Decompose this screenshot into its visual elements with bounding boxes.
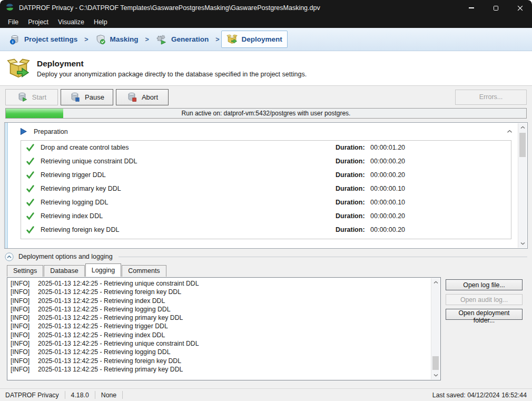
breadcrumb-label: Project settings — [24, 35, 77, 43]
svg-text:i: i — [12, 40, 13, 44]
log-level: [INFO] — [11, 279, 38, 288]
deployment-steps-panel: Preparation Drop and create control tabl… — [4, 122, 528, 249]
scrollbar-track — [431, 287, 440, 371]
task-row: Retrieving foreign key DDLDuration:00:00… — [21, 223, 511, 237]
abort-button[interactable]: Abort — [116, 89, 169, 105]
log-level: [INFO] — [11, 305, 38, 314]
page-header: Deployment Deploy your anonymization pac… — [0, 51, 532, 86]
breadcrumb: iProject settings>Masking>Generation>Dep… — [0, 28, 532, 51]
log-level: [INFO] — [11, 297, 38, 305]
task-duration-label: Duration: — [336, 226, 370, 233]
breadcrumb-label: Deployment — [242, 35, 282, 43]
log-line: [INFO]2025-01-13 12:42:25 - Retrieving l… — [11, 305, 428, 314]
minimize-button[interactable] — [459, 0, 484, 16]
log-message: 2025-01-13 12:42:25 - Retrieving index D… — [38, 297, 165, 305]
menubar: FileProjectVisualizeHelp — [0, 16, 532, 28]
run-progress-bar: Run active on: datprof-vm:5432/postgres … — [5, 108, 527, 119]
collapse-group-button[interactable] — [507, 130, 513, 133]
statusbar-version: 4.18.0 — [71, 392, 89, 399]
menu-visualize[interactable]: Visualize — [53, 17, 89, 27]
breadcrumb-item-deployment[interactable]: Deployment — [221, 31, 288, 48]
task-duration-label: Duration: — [336, 144, 370, 151]
database-pause-icon — [70, 92, 80, 102]
open-log-file-button[interactable]: Open log file... — [446, 279, 523, 290]
scroll-down-button[interactable] — [431, 371, 440, 379]
task-row: Retrieving primary key DDLDuration:00:00… — [21, 182, 511, 195]
toolbar-button-label: Pause — [85, 93, 104, 101]
task-done-icon — [26, 157, 41, 166]
scroll-down-icon — [434, 374, 438, 377]
breadcrumb-separator: > — [84, 36, 88, 43]
task-label: Retrieving index DDL — [41, 212, 336, 220]
log-actions: Open log file...Open audit log...Open de… — [446, 277, 523, 320]
close-button[interactable] — [508, 0, 532, 16]
breadcrumb-item-generation[interactable]: Generation — [151, 31, 214, 48]
start-button: Start — [5, 89, 58, 105]
task-list: Drop and create control tablesDuration:0… — [21, 140, 511, 239]
options-section-header: Deployment options and logging — [0, 250, 532, 263]
breadcrumb-item-project-settings[interactable]: iProject settings — [4, 31, 83, 48]
log-message: 2025-01-13 12:42:25 - Retrieving unique … — [38, 280, 199, 287]
log-line: [INFO]2025-01-13 12:42:25 - Retrieving f… — [11, 357, 428, 365]
log-message: 2025-01-13 12:42:25 - Retrieving unique … — [38, 340, 199, 347]
log-level: [INFO] — [11, 322, 38, 330]
breadcrumb-item-masking[interactable]: Masking — [90, 31, 144, 48]
task-duration-value: 00:00:00.10 — [370, 199, 405, 206]
database-stop-icon — [126, 92, 137, 102]
task-row: Retrieving trigger DDLDuration:00:00:00.… — [21, 168, 511, 182]
chevron-up-icon — [507, 130, 513, 133]
database-play-icon — [17, 92, 27, 102]
log-message: 2025-01-13 12:42:25 - Retrieving index D… — [38, 331, 165, 339]
tasks-scrollbar — [518, 123, 527, 248]
options-section-title: Deployment options and logging — [18, 253, 113, 260]
task-done-icon — [26, 212, 41, 221]
scrollbar-thumb[interactable] — [519, 133, 526, 157]
log-scrollbar — [431, 278, 440, 379]
task-row: Retrieving index DDLDuration:00:00:00.20 — [21, 209, 511, 223]
scroll-up-icon — [434, 281, 438, 284]
task-label: Retrieving unique constraint DDL — [41, 158, 336, 165]
open-deployment-folder-button[interactable]: Open deployment folder... — [446, 309, 523, 320]
menu-project[interactable]: Project — [23, 17, 53, 27]
tab-database[interactable]: Database — [44, 265, 85, 277]
scrollbar-track — [518, 132, 527, 239]
task-done-icon — [26, 184, 41, 193]
open-audit-log-button: Open audit log... — [446, 294, 523, 305]
window-controls — [459, 0, 532, 16]
statusbar: DATPROF Privacy 4.18.0 None Last saved: … — [0, 388, 532, 401]
tab-strip: SettingsDatabaseLoggingComments — [0, 263, 532, 277]
breadcrumb-separator: > — [145, 36, 149, 43]
maximize-button[interactable] — [484, 0, 508, 16]
maximize-icon — [494, 6, 498, 11]
scroll-up-button[interactable] — [431, 278, 440, 287]
logging-tab-content: [INFO]2025-01-13 12:42:25 - Retrieving u… — [0, 277, 532, 380]
scrollbar-thumb[interactable] — [432, 356, 439, 370]
log-lines: [INFO]2025-01-13 12:42:25 - Retrieving u… — [7, 278, 440, 374]
collapse-section-button[interactable] — [5, 252, 14, 261]
task-duration-value: 00:00:00.20 — [370, 158, 405, 165]
section-divider — [119, 257, 527, 257]
menu-file[interactable]: File — [3, 17, 23, 27]
datprof-logo-icon — [5, 3, 14, 14]
log-output-box: [INFO]2025-01-13 12:42:25 - Retrieving u… — [7, 277, 441, 380]
tab-comments[interactable]: Comments — [122, 265, 166, 277]
task-duration-label: Duration: — [336, 199, 370, 206]
log-level: [INFO] — [11, 348, 38, 356]
toolbar-left: StartPauseAbort — [5, 89, 169, 105]
preparation-group-header: Preparation — [5, 123, 527, 140]
toolbar-button-label: Abort — [142, 93, 158, 101]
scroll-up-button[interactable] — [518, 123, 527, 132]
task-duration-label: Duration: — [336, 185, 370, 192]
statusbar-separator — [65, 391, 65, 399]
menu-help[interactable]: Help — [89, 17, 112, 27]
pause-button[interactable]: Pause — [61, 89, 113, 105]
statusbar-app-name: DATPROF Privacy — [5, 392, 59, 399]
log-level: [INFO] — [11, 314, 38, 322]
tab-logging[interactable]: Logging — [85, 263, 122, 277]
page-title: Deployment — [37, 59, 307, 69]
log-line: [INFO]2025-01-13 12:42:25 - Retrieving i… — [11, 297, 428, 305]
log-line: [INFO]2025-01-13 12:42:25 - Retrieving p… — [11, 314, 428, 322]
log-line: [INFO]2025-01-13 12:42:25 - Retrieving l… — [11, 348, 428, 356]
tab-settings[interactable]: Settings — [7, 265, 43, 277]
scroll-down-button[interactable] — [518, 239, 527, 248]
